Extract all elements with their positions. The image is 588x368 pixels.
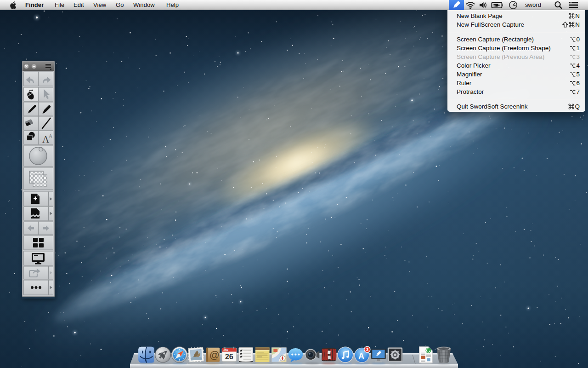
- svg-text:@: @: [209, 349, 220, 361]
- svg-text:26: 26: [225, 352, 233, 361]
- svg-text:3: 3: [366, 347, 369, 352]
- svg-text:A: A: [49, 133, 52, 138]
- svg-text:A: A: [358, 351, 364, 361]
- svg-text:JAN: JAN: [223, 349, 228, 351]
